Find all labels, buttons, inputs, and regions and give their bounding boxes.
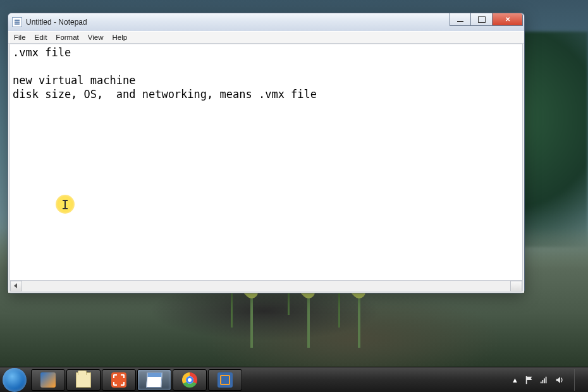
taskbar-item-chrome[interactable] xyxy=(173,369,207,391)
chrome-icon xyxy=(182,372,197,388)
taskbar-item-outlook[interactable] xyxy=(31,369,65,391)
menu-file[interactable]: File xyxy=(9,32,30,42)
notepad-app-icon xyxy=(12,17,22,27)
maximize-button[interactable] xyxy=(471,13,493,26)
menu-help[interactable]: Help xyxy=(108,32,132,42)
svg-rect-3 xyxy=(546,376,547,383)
network-signal-icon[interactable] xyxy=(540,376,549,384)
menu-format[interactable]: Format xyxy=(51,32,83,42)
horizontal-scrollbar[interactable] xyxy=(9,281,523,291)
show-desktop-button[interactable] xyxy=(574,369,580,391)
minimize-button[interactable] xyxy=(450,13,471,26)
close-button[interactable] xyxy=(493,13,523,26)
volume-icon[interactable] xyxy=(555,376,564,384)
window-controls xyxy=(450,13,523,26)
titlebar[interactable]: Untitled - Notepad xyxy=(8,13,524,31)
taskbar-item-notepad[interactable] xyxy=(137,369,171,391)
menu-view[interactable]: View xyxy=(83,32,108,42)
taskbar-item-vmware[interactable] xyxy=(208,369,242,391)
taskbar-item-snipping-tool[interactable] xyxy=(102,369,136,391)
show-hidden-icons[interactable]: ▲ xyxy=(511,376,518,384)
text-editor[interactable]: .vmx file new virtual machine disk size,… xyxy=(9,44,523,281)
editor-container: .vmx file new virtual machine disk size,… xyxy=(8,44,524,293)
notepad-window: Untitled - Notepad File Edit Format View… xyxy=(8,13,525,293)
menubar: File Edit Format View Help xyxy=(8,31,524,44)
notepad-icon xyxy=(146,372,162,388)
folder-icon xyxy=(76,372,91,388)
svg-rect-2 xyxy=(544,378,545,383)
svg-rect-1 xyxy=(542,380,544,383)
vmware-icon xyxy=(217,372,233,388)
start-button[interactable] xyxy=(3,368,27,392)
outlook-icon xyxy=(40,372,56,388)
menu-edit[interactable]: Edit xyxy=(30,32,52,42)
action-center-flag-icon[interactable] xyxy=(525,376,534,384)
snipping-tool-icon xyxy=(111,372,126,388)
window-title: Untitled - Notepad xyxy=(26,18,87,27)
taskbar-item-explorer[interactable] xyxy=(66,369,101,391)
system-tray: ▲ xyxy=(511,369,585,391)
svg-rect-0 xyxy=(541,381,542,383)
taskbar: ▲ xyxy=(0,367,588,392)
